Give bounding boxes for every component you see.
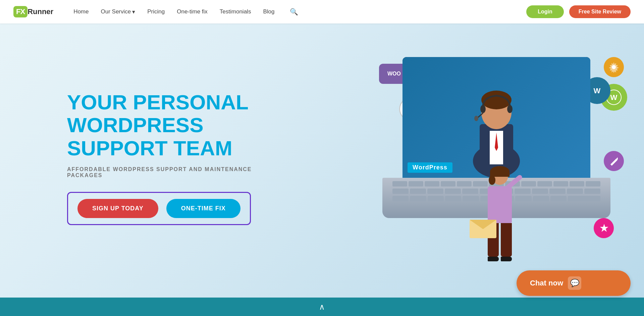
logo[interactable]: FX Runner: [13, 6, 53, 17]
chat-icon: 💬: [568, 276, 581, 290]
logo-box: FX: [13, 6, 28, 17]
login-button[interactable]: Login: [526, 5, 564, 18]
nav-links: Home Our Service ▾ Pricing One-time fix …: [73, 8, 526, 16]
svg-point-16: [507, 105, 513, 113]
dropdown-arrow-icon: ▾: [132, 8, 135, 15]
hero-buttons-wrapper: SIGN UP TODAY ONE-TIME FIX: [67, 192, 251, 225]
nav-pricing[interactable]: Pricing: [147, 8, 165, 15]
star-badge: ★: [594, 218, 614, 238]
navbar: FX Runner Home Our Service ▾ Pricing One…: [0, 0, 644, 23]
logo-runner: Runner: [28, 7, 53, 16]
laptop-screen-inner: WordPress: [402, 57, 590, 178]
chat-label: Chat now: [530, 279, 563, 287]
nav-one-time-fix[interactable]: One-time fix: [177, 8, 208, 15]
nav-our-service[interactable]: Our Service ▾: [101, 8, 135, 15]
envelope-flap: [470, 220, 496, 229]
hero-title: YOUR PERSONAL WORDPRESS SUPPORT TEAM: [67, 91, 285, 160]
nav-actions: Login Free Site Review: [526, 5, 631, 18]
envelope-icon: [470, 220, 496, 238]
hero-section: YOUR PERSONAL WORDPRESS SUPPORT TEAM AFF…: [0, 0, 644, 316]
nav-blog[interactable]: Blog: [263, 8, 274, 15]
free-site-review-button[interactable]: Free Site Review: [569, 5, 631, 18]
hero-illustration: WOO 24/7 W W: [325, 17, 644, 305]
scroll-up-icon[interactable]: ∧: [319, 302, 325, 312]
svg-point-15: [480, 105, 486, 113]
logo-fx: FX: [16, 7, 25, 16]
svg-point-18: [474, 116, 478, 121]
one-time-fix-button[interactable]: ONE-TIME FIX: [166, 199, 240, 218]
hero-subtitle: AFFORDABLE WORDPRESS SUPPORT AND MAINTEN…: [67, 166, 285, 178]
signup-today-button[interactable]: SIGN UP TODAY: [77, 199, 158, 218]
hero-content: YOUR PERSONAL WORDPRESS SUPPORT TEAM AFF…: [0, 91, 285, 225]
nav-home[interactable]: Home: [73, 8, 89, 15]
chat-now-button[interactable]: Chat now 💬: [517, 270, 631, 296]
nav-testimonials[interactable]: Testimonials: [220, 8, 251, 15]
laptop-screen: WordPress: [402, 57, 590, 178]
footer-bar: ∧: [0, 298, 644, 316]
wordpress-label: WordPress: [408, 162, 452, 173]
search-icon[interactable]: 🔍: [290, 8, 298, 16]
